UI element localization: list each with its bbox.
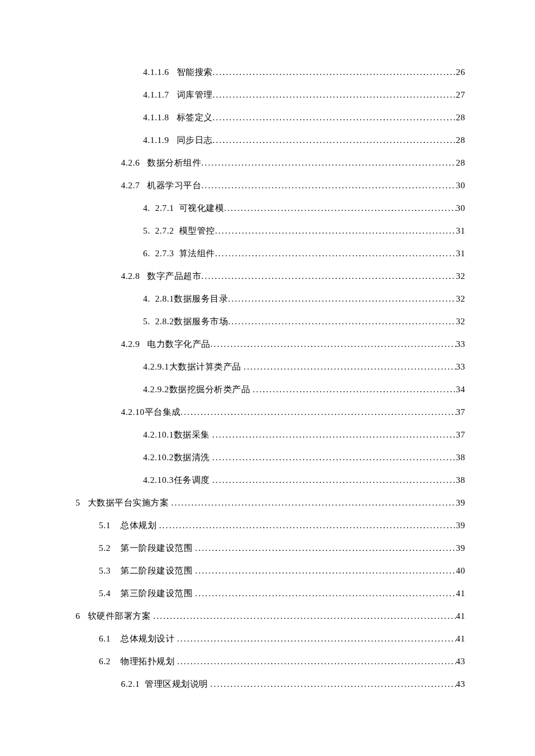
toc-page-number: 33 bbox=[456, 339, 465, 349]
toc-title: 管理区规划说明 bbox=[145, 679, 211, 690]
toc-title: 总体规划 bbox=[120, 520, 159, 531]
toc-entry: 6. 2.7.3 算法组件...........................… bbox=[76, 248, 465, 259]
toc-entry: 6.1 总体规划设计 .............................… bbox=[76, 633, 465, 644]
toc-page-number: 38 bbox=[456, 453, 465, 463]
toc-entry: 4.1.1.6 智能搜索............................… bbox=[76, 67, 465, 78]
toc-section-number: 6.1 bbox=[99, 634, 110, 644]
toc-page-number: 31 bbox=[456, 249, 465, 259]
toc-gap bbox=[140, 158, 148, 168]
toc-section-number: 4. bbox=[143, 294, 150, 304]
toc-leader-dots: ........................................… bbox=[201, 158, 456, 168]
toc-section-number: 4.2.7 bbox=[121, 181, 140, 191]
toc-page-number: 43 bbox=[456, 679, 465, 689]
toc-page-number: 39 bbox=[456, 498, 465, 508]
toc-section-number: 4.2.10 bbox=[121, 407, 145, 417]
toc-section-number: 4.2.10.1 bbox=[143, 430, 174, 440]
toc-entry: 4.2.10平台集成..............................… bbox=[76, 407, 465, 418]
toc-title: 物理拓扑规划 bbox=[120, 656, 177, 667]
toc-leader-dots: ........................................… bbox=[195, 589, 456, 599]
toc-gap bbox=[80, 498, 88, 508]
toc-leader-dots: ........................................… bbox=[212, 475, 456, 485]
toc-entry: 5.2 第一阶段建设范围 ...........................… bbox=[76, 543, 465, 554]
toc-leader-dots: ........................................… bbox=[154, 611, 456, 621]
toc-title: 词库管理 bbox=[177, 89, 213, 101]
toc-page-number: 39 bbox=[456, 521, 465, 531]
toc-page-number: 39 bbox=[456, 543, 465, 553]
toc-title: 2.8.1数据服务目录 bbox=[155, 293, 229, 304]
toc-title: 电力数字化产品 bbox=[147, 339, 211, 350]
toc-page-number: 30 bbox=[456, 181, 465, 191]
toc-page-number: 28 bbox=[456, 158, 465, 168]
toc-title: 机器学习平台 bbox=[147, 180, 201, 191]
toc-section-number: 4.2.8 bbox=[121, 271, 140, 281]
toc-entry: 5.4 第三阶段建设范围 ...........................… bbox=[76, 588, 465, 599]
toc-section-number: 6. bbox=[143, 249, 150, 259]
toc-section-number: 5.1 bbox=[99, 521, 110, 531]
toc-entry: 4.2.8 数字产品超市............................… bbox=[76, 271, 465, 282]
toc-gap bbox=[140, 339, 148, 349]
toc-section-number: 6 bbox=[76, 611, 80, 621]
toc-section-number: 4.2.6 bbox=[121, 158, 140, 168]
toc-gap bbox=[110, 657, 120, 667]
toc-page-number: 31 bbox=[456, 226, 465, 236]
toc-entry: 4.2.7 机器学习平台............................… bbox=[76, 180, 465, 191]
toc-gap bbox=[110, 634, 120, 644]
toc-section-number: 6.2 bbox=[99, 657, 110, 667]
toc-gap bbox=[140, 181, 148, 191]
toc-gap bbox=[110, 589, 120, 599]
toc-leader-dots: ........................................… bbox=[213, 90, 456, 100]
toc-leader-dots: ........................................… bbox=[212, 453, 456, 463]
toc-gap bbox=[150, 317, 155, 327]
toc-entry: 6 软硬件部署方案 ..............................… bbox=[76, 611, 465, 622]
toc-section-number: 4.2.9.2 bbox=[143, 385, 169, 395]
toc-page-number: 28 bbox=[456, 135, 465, 145]
toc-section-number: 5.4 bbox=[99, 589, 110, 599]
toc-title: 同步日志 bbox=[177, 135, 213, 146]
document-page: 4.1.1.6 智能搜索............................… bbox=[0, 0, 535, 690]
toc-leader-dots: ........................................… bbox=[159, 521, 456, 531]
toc-leader-dots: ........................................… bbox=[213, 135, 456, 145]
toc-leader-dots: ........................................… bbox=[195, 543, 456, 553]
toc-leader-dots: ........................................… bbox=[211, 679, 456, 689]
toc-leader-dots: ........................................… bbox=[172, 498, 456, 508]
toc-section-number: 4.1.1.6 bbox=[143, 67, 169, 77]
toc-leader-dots: ........................................… bbox=[195, 566, 456, 576]
toc-section-number: 5. bbox=[143, 317, 150, 327]
toc-page-number: 41 bbox=[456, 589, 465, 599]
toc-title: 软硬件部署方案 bbox=[88, 611, 154, 622]
toc-entry: 4.2.9 电力数字化产品...........................… bbox=[76, 339, 465, 350]
toc-gap bbox=[140, 679, 145, 689]
toc-page-number: 27 bbox=[456, 90, 465, 100]
toc-entry: 4.2.10.3任务调度 ...........................… bbox=[76, 475, 465, 486]
toc-section-number: 4.2.9 bbox=[121, 339, 140, 349]
toc-title: 数据采集 bbox=[174, 429, 212, 440]
toc-page-number: 41 bbox=[456, 611, 465, 621]
toc-title: 第一阶段建设范围 bbox=[120, 543, 195, 554]
toc-gap bbox=[110, 543, 120, 553]
toc-page-number: 32 bbox=[456, 294, 465, 304]
toc-leader-dots: ........................................… bbox=[201, 181, 456, 191]
toc-section-number: 4. bbox=[143, 203, 150, 213]
toc-section-number: 5. bbox=[143, 226, 150, 236]
toc-title: 智能搜索 bbox=[177, 67, 213, 78]
toc-gap bbox=[80, 611, 88, 621]
toc-page-number: 34 bbox=[456, 385, 465, 395]
toc-leader-dots: ........................................… bbox=[215, 226, 456, 236]
toc-entry: 4. 2.8.1数据服务目录..........................… bbox=[76, 293, 465, 304]
toc-gap bbox=[169, 90, 177, 100]
toc-entry: 5. 2.8.2数据服务市场..........................… bbox=[76, 316, 465, 327]
toc-section-number: 4.1.1.7 bbox=[143, 90, 169, 100]
toc-title: 大数据计算类产品 bbox=[169, 361, 244, 372]
toc-page-number: 40 bbox=[456, 566, 465, 576]
toc-leader-dots: ........................................… bbox=[224, 203, 456, 213]
toc-page-number: 26 bbox=[456, 67, 465, 77]
toc-section-number: 5.2 bbox=[99, 543, 110, 553]
toc-page-number: 37 bbox=[456, 430, 465, 440]
toc-entry: 4.1.1.9 同步日志............................… bbox=[76, 135, 465, 146]
toc-entry: 5.3 第二阶段建设范围 ...........................… bbox=[76, 565, 465, 576]
toc-page-number: 32 bbox=[456, 271, 465, 281]
toc-title: 数据清洗 bbox=[174, 452, 212, 463]
toc-entry: 4.2.10.1数据采集 ...........................… bbox=[76, 429, 465, 440]
toc-title: 数字产品超市 bbox=[147, 271, 201, 282]
toc-entry: 5. 2.7.2 模型管控...........................… bbox=[76, 225, 465, 237]
